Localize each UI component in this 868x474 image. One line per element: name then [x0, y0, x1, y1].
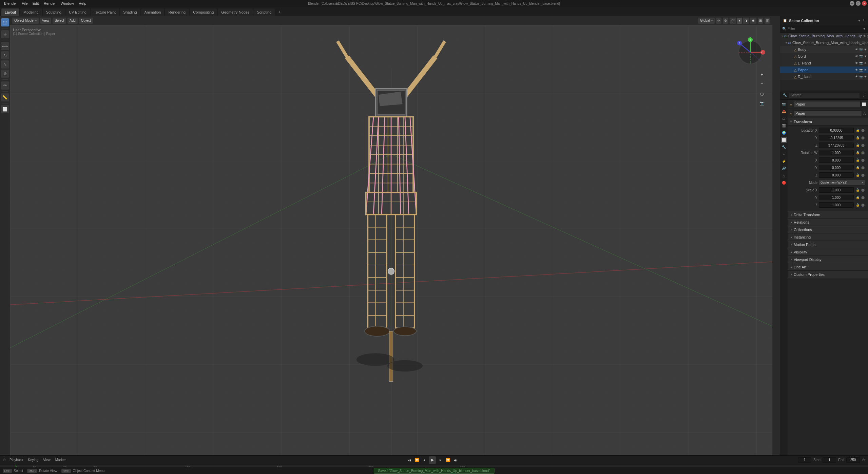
tab-scripting[interactable]: Scripting [253, 8, 275, 16]
rendered-btn[interactable]: ◉ [750, 18, 756, 24]
line-art-section[interactable]: ▸ Line Art [788, 263, 868, 271]
close-button[interactable]: × [862, 1, 867, 6]
add-workspace-button[interactable]: + [275, 8, 284, 16]
current-frame-input[interactable] [798, 457, 811, 463]
measure-tool[interactable]: 📏 [1, 93, 9, 101]
scale-y-value[interactable]: 1.000 [819, 195, 854, 200]
location-y-lock[interactable]: 🔒 [855, 135, 860, 140]
outliner-item-paper[interactable]: ▸ △ Paper 👁 📷 ☀ [780, 67, 868, 73]
data-name-input[interactable] [794, 110, 862, 116]
delta-transform-section[interactable]: ▸ Delta Transform [788, 211, 868, 219]
scale-z-value[interactable]: 1.000 [819, 202, 854, 208]
rotation-y-value[interactable]: 0.000 [819, 165, 854, 170]
timeline-keying-menu[interactable]: Keying [27, 457, 40, 462]
outliner-item-cord[interactable]: ▸ △ Cord 👁 📷 ☀ [780, 53, 868, 60]
outliner-item-body[interactable]: ▸ △ Body 👁 📷 ☀ [780, 46, 868, 53]
outliner-filter-options[interactable]: ▼ [863, 27, 866, 31]
rotation-z-lock[interactable]: 🔒 [855, 173, 860, 177]
outliner-options-btn[interactable]: ⋮ [862, 19, 865, 22]
solid-btn[interactable]: ● [737, 18, 742, 24]
status-mmb[interactable]: MMB Rotate View [27, 469, 57, 473]
next-keyframe-btn[interactable]: ⏩ [445, 457, 451, 463]
props-tab-world[interactable]: 🌍 [781, 130, 787, 136]
rotation-y-lock[interactable]: 🔒 [855, 165, 860, 170]
collections-section[interactable]: ▸ Collections [788, 226, 868, 233]
rhand-render-icon[interactable]: ☀ [864, 75, 867, 78]
rotation-w-value[interactable]: 1.000 [819, 150, 854, 155]
menu-edit[interactable]: Edit [31, 1, 41, 6]
rotation-x-value[interactable]: 0.000 [819, 157, 854, 163]
xray-btn[interactable]: ◫ [765, 18, 770, 24]
motion-paths-section[interactable]: ▸ Motion Paths [788, 241, 868, 248]
timeline-view-menu[interactable]: View [42, 457, 52, 462]
rhand-eye-icon[interactable]: 👁 [855, 75, 858, 78]
camera-view-btn[interactable]: 📷 [758, 99, 766, 107]
paper-eye-icon[interactable]: 👁 [855, 68, 858, 72]
body-render-icon[interactable]: ☀ [864, 48, 867, 51]
location-x-lock[interactable]: 🔒 [855, 128, 860, 133]
props-tab-modifiers[interactable]: 🔧 [781, 144, 787, 150]
custom-properties-section[interactable]: ▸ Custom Properties [788, 271, 868, 278]
lpe-btn[interactable]: ◑ [743, 18, 749, 24]
location-x-key[interactable]: ⬤ [861, 128, 865, 133]
scale-x-value[interactable]: 1.000 [819, 187, 854, 193]
scale-x-lock[interactable]: 🔒 [855, 188, 860, 192]
rotation-x-lock[interactable]: 🔒 [855, 158, 860, 163]
timeline-marker-menu[interactable]: Marker [54, 457, 67, 462]
scale-z-key[interactable]: ⬤ [861, 203, 865, 207]
location-y-key[interactable]: ⬤ [861, 135, 865, 140]
location-z-key[interactable]: ⬤ [861, 143, 865, 148]
outliner-filter-btn[interactable]: ▼ [857, 19, 861, 22]
zoom-in-btn[interactable]: + [758, 71, 766, 78]
tab-shading[interactable]: Shading [120, 8, 140, 16]
rotation-w-key[interactable]: ⬤ [861, 150, 865, 155]
tab-texture-paint[interactable]: Texture Paint [91, 8, 119, 16]
location-z-value[interactable]: 377.20703 [819, 143, 854, 148]
start-frame-input[interactable] [823, 457, 836, 463]
snap-btn[interactable]: ⊹ [716, 18, 721, 24]
annotate-tool[interactable]: ✏ [1, 81, 9, 90]
play-stop-btn[interactable]: ▶ [429, 456, 436, 464]
next-frame-btn[interactable]: ▸ [438, 457, 444, 463]
move-tool[interactable]: ⟷ [1, 42, 9, 50]
relations-section[interactable]: ▸ Relations [788, 219, 868, 226]
props-tab-material[interactable]: 🔴 [781, 179, 787, 186]
select-box-tool[interactable]: ⬚ [1, 18, 9, 26]
zoom-out-btn[interactable]: − [758, 80, 766, 87]
tab-layout[interactable]: Layout [1, 8, 19, 16]
scale-tool[interactable]: ⤡ [1, 60, 9, 69]
visibility-section[interactable]: ▸ Visibility [788, 248, 868, 256]
tab-geometry-nodes[interactable]: Geometry Nodes [218, 8, 253, 16]
menu-window[interactable]: Window [59, 1, 76, 6]
object-menu[interactable]: Object [79, 18, 93, 24]
cord-eye-icon[interactable]: 👁 [855, 55, 858, 58]
scene-collection-root[interactable]: ▾ 🗂 Glow_Statue_Burning_Man_with_Hands_U… [780, 33, 868, 39]
view-menu[interactable]: View [40, 18, 52, 24]
scene-eye-icon[interactable]: 👁 [863, 34, 866, 38]
end-frame-input[interactable] [846, 457, 860, 463]
timeline-menu-btn[interactable]: ⏱ [3, 458, 6, 462]
rotation-z-key[interactable]: ⬤ [861, 173, 865, 177]
lhand-cam-icon[interactable]: 📷 [859, 61, 863, 65]
props-tab-render[interactable]: 📷 [781, 101, 787, 107]
rotation-x-key[interactable]: ⬤ [861, 158, 865, 163]
lhand-eye-icon[interactable]: 👁 [855, 61, 858, 65]
overlay-btn[interactable]: ⊞ [758, 18, 763, 24]
properties-options-btn[interactable]: ⋮ [862, 93, 865, 97]
viewport-content[interactable]: User Perspective (1) Scene Collection | … [10, 25, 772, 455]
props-tab-constraints[interactable]: 🔗 [781, 165, 787, 171]
tab-compositing[interactable]: Compositing [190, 8, 217, 16]
add-primitive-tool[interactable]: ⬜ [1, 105, 9, 113]
rotate-tool[interactable]: ↻ [1, 51, 9, 59]
viewport-area[interactable]: Object Mode ▾ View Select Add Object Glo… [10, 16, 772, 455]
rotation-mode-dropdown[interactable]: Quaternion (WXYZ) ▾ [819, 180, 865, 185]
paper-render-icon[interactable]: ☀ [864, 68, 867, 72]
rotation-w-lock[interactable]: 🔒 [855, 150, 860, 155]
collection-glow[interactable]: ▾ 🗂 Glow_Statue_Burning_Man_with_Hands_U… [780, 39, 868, 46]
cord-render-icon[interactable]: ☀ [864, 55, 867, 58]
location-x-value[interactable]: 0.00000 [819, 128, 854, 133]
props-tab-output[interactable]: 📤 [781, 108, 787, 114]
maximize-button[interactable]: □ [856, 1, 861, 6]
body-cam-icon[interactable]: 📷 [859, 48, 863, 51]
wireframe-btn[interactable]: ⬚ [730, 18, 736, 24]
